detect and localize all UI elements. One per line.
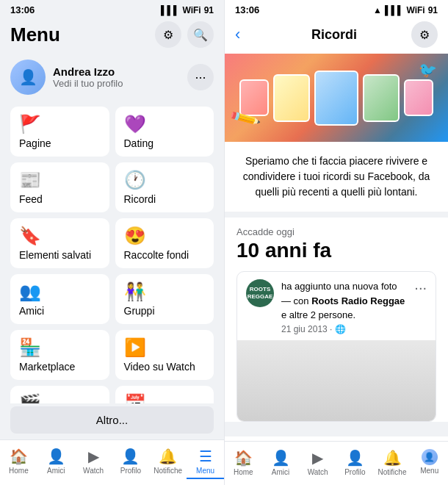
nav-menu-left[interactable]: ☰ Menu — [187, 445, 224, 479]
menu-item-amici[interactable]: 👥 Amici — [10, 274, 109, 324]
amici-icon-left: 👤 — [47, 448, 65, 465]
feed-label: Feed — [19, 193, 101, 205]
ricordi-icon: 🕐 — [124, 171, 206, 189]
memories-section: Accadde oggi 10 anni fa ROOTSREGGAE ha a… — [225, 218, 448, 422]
menu-header: Menu ⚙ 🔍 — [0, 18, 224, 54]
wifi-icon: WiFi — [182, 5, 200, 15]
post-card: ROOTSREGGAE ha aggiunto una nuova foto —… — [236, 271, 436, 422]
menu-item-raccolte-fondi[interactable]: 😍 Raccolte fondi — [115, 218, 214, 268]
frame-medium-2 — [363, 74, 400, 122]
wifi-icon-right: WiFi — [406, 5, 424, 15]
menu-item-eventi[interactable]: 📅 Eventi — [115, 386, 214, 403]
signal-icons-right: ▲ ▌▌▌ WiFi 91 — [373, 5, 438, 15]
menu-item-gruppi[interactable]: 👫 Gruppi — [115, 274, 214, 324]
altro-button[interactable]: Altro... — [10, 406, 214, 434]
right-nav-menu[interactable]: 👤 Menu — [411, 446, 448, 479]
menu-item-reels[interactable]: 🎬 Reels — [10, 386, 109, 403]
video-su-watch-label: Video su Watch — [124, 361, 206, 373]
post-meta: ha aggiunto una nuova foto — con Roots R… — [281, 279, 407, 334]
intro-text: Speriamo che ti faccia piacere rivivere … — [243, 155, 430, 198]
right-panel: 13:06 ▲ ▌▌▌ WiFi 91 ‹ Ricordi ⚙ ✏️ — [224, 0, 448, 485]
profile-name: Andrea Izzo — [53, 65, 187, 78]
reels-icon: 🎬 — [19, 395, 101, 403]
raccolte-fondi-label: Raccolte fondi — [124, 249, 206, 261]
menu-item-dating[interactable]: 💜 Dating — [115, 107, 214, 157]
profile-info: Andrea Izzo Vedi il tuo profilo — [53, 65, 187, 89]
heart-decoration: 🐦 — [419, 61, 437, 79]
home-icon-left: 🏠 — [10, 448, 28, 465]
anni-fa-label: 10 anni fa — [236, 239, 436, 262]
banner-frames — [234, 65, 439, 132]
nav-profilo-left[interactable]: 👤 Profilo — [112, 445, 149, 479]
menu-grid: 🚩 Pagine 💜 Dating 📰 Feed 🕐 Ricordi 🔖 Ele… — [0, 101, 224, 403]
feed-icon: 📰 — [19, 171, 101, 189]
right-nav-notifiche[interactable]: 🔔 Notifiche — [374, 446, 411, 479]
nav-notifiche-left[interactable]: 🔔 Notifiche — [149, 445, 187, 479]
post-date: 21 giu 2013 · 🌐 — [281, 324, 407, 334]
post-image — [237, 340, 436, 421]
ricordi-title: Ricordi — [257, 27, 411, 43]
signal-icon-right: ▌▌▌ — [385, 5, 404, 15]
menu-item-feed[interactable]: 📰 Feed — [10, 162, 109, 212]
right-nav-watch[interactable]: ▶ Watch — [299, 446, 336, 479]
signal-icons: ▌▌▌ WiFi 91 — [161, 5, 214, 15]
amici-label: Amici — [19, 305, 101, 317]
banner-overlay: ✏️ 🐦 — [225, 54, 448, 142]
location-icon: ▲ — [373, 5, 382, 15]
menu-item-video-su-watch[interactable]: ▶️ Video su Watch — [115, 330, 214, 380]
menu-title: Menu — [10, 24, 60, 46]
profile-row[interactable]: 👤 Andrea Izzo Vedi il tuo profilo ··· — [0, 54, 224, 101]
profilo-icon-right: 👤 — [346, 449, 364, 467]
accadde-oggi-label: Accadde oggi — [236, 226, 436, 237]
status-bar-left: 13:06 ▌▌▌ WiFi 91 — [0, 0, 224, 18]
nav-watch-left[interactable]: ▶ Watch — [75, 445, 112, 479]
marketplace-label: Marketplace — [19, 361, 101, 373]
gruppi-icon: 👫 — [124, 283, 206, 301]
post-bold-name: Roots Radio Reggae — [311, 295, 405, 306]
nav-amici-left[interactable]: 👤 Amici — [37, 445, 75, 479]
memories-banner: ✏️ 🐦 — [225, 54, 448, 142]
avatar-text: ROOTSREGGAE — [248, 286, 273, 300]
amici-icon: 👥 — [19, 283, 101, 301]
elementi-salvati-icon: 🔖 — [19, 227, 101, 245]
back-button[interactable]: ‹ — [235, 25, 257, 44]
right-nav-profilo[interactable]: 👤 Profilo — [336, 446, 374, 479]
more-button[interactable]: ··· — [187, 64, 214, 90]
frame-small-2 — [404, 79, 433, 116]
notifiche-icon-left: 🔔 — [159, 448, 177, 465]
right-header: ‹ Ricordi ⚙ — [225, 18, 448, 54]
menu-item-pagine[interactable]: 🚩 Pagine — [10, 107, 109, 157]
ricordi-label: Ricordi — [124, 193, 206, 205]
left-panel: 13:06 ▌▌▌ WiFi 91 Menu ⚙ 🔍 👤 Andrea Izzo… — [0, 0, 224, 485]
likes-row: 👍 Tu, M i e altri 4 — [225, 431, 448, 442]
elementi-salvati-label: Elementi salvati — [19, 249, 101, 261]
menu-item-marketplace[interactable]: 🏪 Marketplace — [10, 330, 109, 380]
eventi-icon: 📅 — [124, 395, 206, 403]
nav-home-left[interactable]: 🏠 Home — [0, 445, 37, 479]
profilo-icon-left: 👤 — [121, 448, 140, 465]
right-nav-amici[interactable]: 👤 Amici — [262, 446, 300, 479]
raccolte-fondi-icon: 😍 — [124, 227, 206, 245]
bottom-nav-left: 🏠 Home 👤 Amici ▶ Watch 👤 Profilo 🔔 Notif… — [0, 439, 224, 485]
status-bar-right: 13:06 ▲ ▌▌▌ WiFi 91 — [225, 0, 448, 18]
menu-item-ricordi[interactable]: 🕐 Ricordi — [115, 162, 214, 212]
signal-icon: ▌▌▌ — [161, 5, 180, 15]
right-settings-button[interactable]: ⚙ — [411, 21, 438, 48]
search-button[interactable]: 🔍 — [187, 21, 214, 48]
profile-avatar: 👤 — [10, 60, 46, 95]
amici-icon-nav-right: 👤 — [272, 449, 290, 467]
notifiche-icon-right: 🔔 — [383, 449, 402, 467]
home-icon-right: 🏠 — [234, 449, 253, 467]
right-content: Speriamo che ti faccia piacere rivivere … — [225, 142, 448, 441]
post-avatar: ROOTSREGGAE — [246, 279, 274, 307]
menu-item-elementi-salvati[interactable]: 🔖 Elementi salvati — [10, 218, 109, 268]
marketplace-icon: 🏪 — [19, 339, 101, 356]
battery-icon-right: 91 — [428, 5, 438, 15]
menu-icon-left: ☰ — [199, 448, 212, 465]
right-nav-home[interactable]: 🏠 Home — [225, 446, 262, 479]
settings-button[interactable]: ⚙ — [155, 21, 181, 48]
frame-large — [314, 71, 358, 126]
post-more-button[interactable]: ··· — [414, 279, 427, 296]
memories-intro: Speriamo che ti faccia piacere rivivere … — [225, 142, 448, 218]
frame-medium — [273, 74, 310, 122]
